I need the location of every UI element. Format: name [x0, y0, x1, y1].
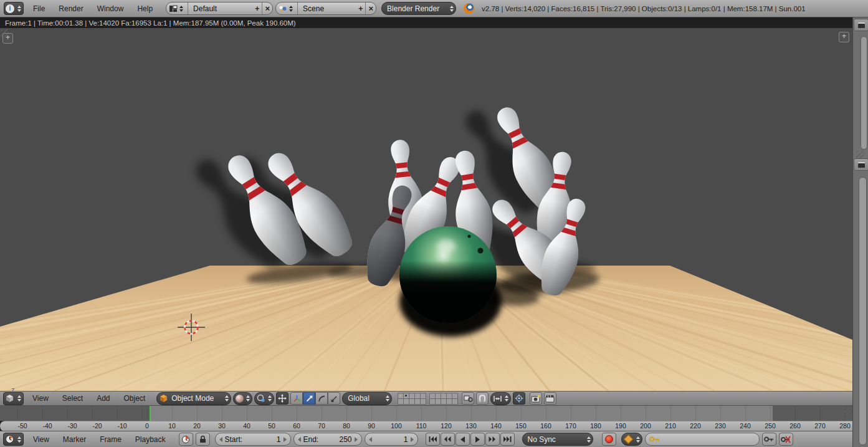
ruler-tick-0: 0	[136, 422, 158, 430]
editor-type-selector-timeline[interactable]	[3, 433, 24, 446]
scale-manipulator-button[interactable]	[328, 392, 340, 405]
ruler-tick--50: -50	[12, 422, 33, 430]
add-scene-button[interactable]: +	[356, 2, 366, 14]
scene-name[interactable]: Scene	[298, 4, 356, 13]
area-resize-grip[interactable]	[843, 407, 851, 415]
jump-to-start-button[interactable]	[426, 433, 440, 446]
menu-frame[interactable]: Frame	[93, 435, 128, 444]
menu-marker[interactable]: Marker	[56, 435, 93, 444]
ruler-tick-80: 80	[336, 422, 357, 430]
jump-next-keyframe-button[interactable]	[485, 433, 500, 446]
snap-magnet-button[interactable]	[476, 392, 489, 405]
translate-manipulator-button[interactable]	[303, 392, 315, 405]
decrement-arrow[interactable]	[298, 437, 301, 442]
menu-add[interactable]: Add	[90, 394, 117, 403]
opengl-render-button[interactable]	[530, 392, 542, 405]
viewport-shading-dropdown[interactable]	[233, 392, 252, 405]
menu-render[interactable]: Render	[52, 4, 90, 13]
bowling-ball[interactable]	[399, 226, 497, 324]
menu-view[interactable]: View	[26, 435, 56, 444]
current-frame-field[interactable]: 1	[365, 433, 418, 446]
use-preview-range-button[interactable]	[179, 433, 193, 446]
timeline-playhead[interactable]	[150, 406, 151, 421]
lock-to-scene-button[interactable]	[462, 392, 474, 405]
scene-browse[interactable]	[276, 2, 298, 14]
sliver-scrollbar-bottom[interactable]	[859, 177, 867, 445]
play-icon	[475, 436, 480, 443]
orientation-dropdown[interactable]: Global	[342, 392, 392, 405]
manipulator-toggle[interactable]	[276, 392, 289, 405]
pivot-spinner	[266, 395, 274, 401]
ruler-tick-160: 160	[535, 422, 556, 430]
play-reverse-button[interactable]	[455, 433, 470, 446]
jump-to-end-button[interactable]	[500, 433, 515, 446]
menu-file[interactable]: File	[26, 4, 52, 13]
layer-dot	[399, 395, 401, 397]
editor-spinner	[16, 436, 23, 443]
keying-mode-dropdown[interactable]	[621, 433, 642, 446]
menu-select[interactable]: Select	[55, 394, 90, 403]
opengl-render-anim-button[interactable]	[544, 392, 556, 405]
increment-arrow[interactable]	[355, 437, 358, 442]
screen-layout-name[interactable]: Default	[188, 4, 252, 13]
3d-viewport[interactable]: + + z x (1) Sun.001	[0, 28, 852, 391]
scale-icon	[330, 395, 338, 403]
snap-element-dropdown[interactable]	[490, 392, 511, 405]
delete-keyframe-button[interactable]	[779, 433, 793, 446]
jump-prev-keyframe-button[interactable]	[441, 433, 455, 446]
collapsed-properties-region[interactable]	[852, 17, 868, 447]
frame-end-field[interactable]: End: 250	[293, 433, 362, 446]
manipulator-axes-button[interactable]	[290, 392, 303, 405]
sliver-header-icon-2[interactable]	[854, 158, 868, 171]
screen-layout-selector[interactable]: Default + ×	[166, 2, 273, 15]
object-mode-icon	[159, 394, 168, 403]
mode-dropdown[interactable]: Object Mode	[156, 392, 231, 405]
increment-arrow[interactable]	[284, 437, 287, 442]
ruler-tick-10: 10	[161, 422, 183, 430]
rotate-arc-icon	[318, 395, 326, 403]
snap-target-button[interactable]	[513, 392, 525, 405]
ruler-tick-170: 170	[560, 422, 581, 430]
sync-mode-dropdown[interactable]: No Sync	[522, 433, 593, 446]
lock-scene-icon	[464, 395, 473, 403]
layer-block-2	[429, 393, 457, 404]
properties-region-expand-button[interactable]: +	[839, 32, 849, 42]
timeline-header: ViewMarkerFramePlayback Start: 1 End: 25…	[0, 431, 868, 447]
menu-object[interactable]: Object	[117, 394, 153, 403]
decrement-arrow[interactable]	[369, 437, 372, 442]
translate-arrow-icon	[305, 395, 313, 403]
menu-window[interactable]: Window	[90, 4, 131, 13]
delete-scene-button[interactable]: ×	[366, 2, 376, 14]
render-camera-icon	[531, 395, 541, 403]
editor-type-selector-info[interactable]: i	[4, 2, 24, 15]
screen-layout-browse[interactable]	[166, 2, 188, 14]
timeline-track[interactable]	[0, 406, 852, 421]
ruler-tick-240: 240	[735, 422, 756, 430]
layer-button-10[interactable]	[420, 398, 426, 405]
lock-frame-button[interactable]	[196, 433, 210, 446]
play-button[interactable]	[470, 433, 485, 446]
pivot-point-dropdown[interactable]	[254, 392, 274, 405]
scene-selector[interactable]: Scene + ×	[275, 2, 376, 15]
ruler-tick--30: -30	[62, 422, 83, 430]
delete-layout-button[interactable]: ×	[262, 2, 272, 14]
layer-button-20[interactable]	[452, 398, 458, 405]
menu-help[interactable]: Help	[130, 4, 160, 13]
editor-type-selector-3dview[interactable]	[3, 392, 24, 405]
increment-arrow[interactable]	[411, 437, 414, 442]
render-engine-dropdown[interactable]: Blender Render	[381, 2, 456, 15]
menu-playback[interactable]: Playback	[128, 435, 173, 444]
menu-view[interactable]: View	[26, 394, 55, 403]
sliver-header-icon[interactable]	[854, 19, 868, 31]
timeline-ruler[interactable]: -50-40-30-20-100102030405060708090100110…	[0, 421, 852, 431]
auto-keyframe-record-button[interactable]	[602, 433, 616, 446]
toolshelf-expand-button[interactable]: +	[2, 33, 13, 44]
viewport-canvas[interactable]	[0, 28, 852, 391]
rotate-manipulator-button[interactable]	[315, 392, 328, 405]
sliver-scrollbar-top[interactable]	[861, 36, 867, 150]
frame-start-field[interactable]: Start: 1	[215, 433, 291, 446]
add-layout-button[interactable]: +	[252, 2, 263, 14]
decrement-arrow[interactable]	[219, 437, 222, 442]
insert-keyframe-button[interactable]	[762, 433, 776, 446]
keying-set-field[interactable]	[645, 433, 760, 446]
